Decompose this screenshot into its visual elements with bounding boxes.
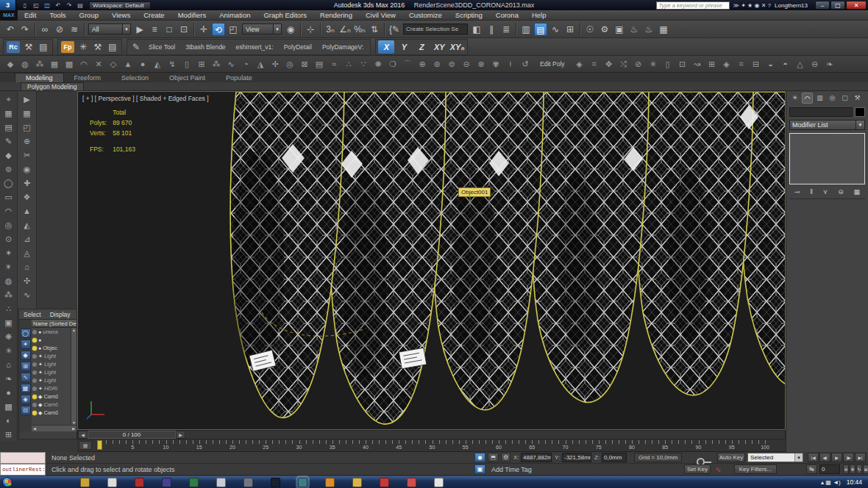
next-frame-icon[interactable]: |▶ <box>843 453 854 462</box>
modifier-stack[interactable] <box>789 133 865 184</box>
app-browser-red[interactable] <box>135 478 144 487</box>
dropdown-arrow-icon[interactable]: ▼ <box>122 24 130 34</box>
exchange-icon[interactable]: ✕ <box>761 2 768 9</box>
crossing-icon[interactable]: ✕ <box>91 57 106 71</box>
object-color-swatch[interactable] <box>855 107 865 117</box>
zoom-icon[interactable]: ⊕ <box>843 464 849 474</box>
sphere2-icon[interactable]: ◍ <box>2 275 15 287</box>
scatter-icon[interactable]: ⁂ <box>209 57 224 71</box>
geosphere-icon[interactable]: ● <box>135 57 150 71</box>
auto-key-button[interactable]: Auto Key <box>717 453 745 462</box>
compass-icon[interactable]: ◉ <box>21 163 34 175</box>
frame-b-icon[interactable]: ⊞ <box>705 57 719 71</box>
time-tag-icon[interactable]: ▣ <box>474 464 485 474</box>
search-input[interactable]: Type a keyword or phrase <box>656 1 730 10</box>
menu-tools[interactable]: Tools <box>43 10 72 21</box>
make-unique-icon[interactable]: ⋎ <box>823 188 828 195</box>
shell-icon[interactable]: ❧ <box>822 57 837 71</box>
z-coord-field[interactable]: 0,0mm <box>602 453 627 462</box>
visibility-bulb-icon[interactable] <box>32 403 37 407</box>
knot-icon[interactable]: ✣ <box>21 275 34 287</box>
network-icon[interactable]: ▦ <box>825 479 833 486</box>
macro-recorder-pane[interactable] <box>0 452 46 464</box>
scale-icon[interactable]: ◰ <box>227 23 240 36</box>
menu-graph-editors[interactable]: Graph Editors <box>257 10 313 21</box>
cut-icon[interactable]: ✂ <box>21 149 34 161</box>
signin-avatar-icon[interactable]: ◉ <box>754 2 761 9</box>
remove-modifier-icon[interactable]: ⊖ <box>838 188 844 195</box>
current-frame-field[interactable]: 0 <box>819 464 840 474</box>
explorer-column-header[interactable]: Name (Sorted Desce <box>32 320 77 328</box>
app-media-purple[interactable] <box>162 478 171 487</box>
polygon-modeling-icon[interactable]: ◆ <box>3 57 18 71</box>
utilities-tab[interactable]: ⚒ <box>852 93 863 104</box>
visibility-bulb-icon[interactable] <box>32 346 37 351</box>
angle-snap-icon[interactable]: ∠ₙ <box>338 23 352 36</box>
cluster-icon[interactable]: ❖ <box>21 191 34 203</box>
frame-indicator[interactable]: 0 / 100 <box>88 431 176 439</box>
curve-editor-icon[interactable]: ∿ <box>549 23 562 36</box>
axis-constraint-xyₙ[interactable]: XYₙ <box>449 40 465 54</box>
forest-tools-icon[interactable]: ⚒ <box>91 40 104 54</box>
menu-modifiers[interactable]: Modifiers <box>171 10 213 21</box>
menu-group[interactable]: Group <box>73 10 105 21</box>
list-item[interactable]: ✦Light <box>32 360 77 368</box>
ring-icon[interactable]: ◎ <box>2 219 15 231</box>
hf-icon[interactable]: ⌂ <box>2 359 15 370</box>
gem-icon[interactable]: ◈ <box>719 57 734 71</box>
scroll-right-icon[interactable]: ▶ <box>72 426 75 431</box>
quad-icon[interactable]: ◈ <box>572 57 587 71</box>
script-button-4[interactable]: PolyDamageV: <box>322 43 363 51</box>
pin-icon[interactable]: ⍿ <box>503 57 518 71</box>
list-item[interactable]: ●unwra <box>32 328 77 336</box>
orbit-icon[interactable]: ↻ <box>856 464 862 474</box>
home-icon[interactable]: ⌂ <box>21 261 34 273</box>
camera-rig-icon[interactable]: ▣ <box>2 317 15 329</box>
slice-icon[interactable]: ◭ <box>150 57 165 71</box>
plane-icon[interactable]: ▭ <box>2 191 15 203</box>
forestpack-button[interactable]: Fp <box>61 41 74 53</box>
display-helpers-icon[interactable]: ∿ <box>21 373 31 382</box>
forest-list-icon[interactable]: ▤ <box>106 40 119 54</box>
list-item[interactable]: ◆Cam0 <box>32 401 77 409</box>
menu-edit[interactable]: Edit <box>18 10 43 21</box>
plus-icon[interactable]: ✚ <box>21 177 34 189</box>
community-icon[interactable]: ✦ <box>741 2 747 9</box>
percent-snap-icon[interactable]: %ₙ <box>353 23 366 36</box>
search-go-icon[interactable]: ≫ <box>733 2 741 9</box>
grape-d-icon[interactable]: ⊝ <box>459 57 474 71</box>
cage-icon[interactable]: ⊠ <box>297 57 312 71</box>
grape-b-icon[interactable]: ⊛ <box>430 57 444 71</box>
menu-views[interactable]: Views <box>105 10 137 21</box>
helix-icon[interactable]: ∿ <box>21 289 34 301</box>
grid2-icon[interactable]: ⌗ <box>734 57 749 71</box>
isolate-selection-toggle[interactable]: ◉ <box>474 453 485 462</box>
use-pivot-icon[interactable]: ◉ <box>284 23 297 36</box>
grape-a-icon[interactable]: ⊕ <box>415 57 430 71</box>
move-icon[interactable]: ✛ <box>197 23 210 36</box>
script-button-2[interactable]: eshInsert_v1: <box>236 43 274 51</box>
modify-tab[interactable]: ◠ <box>802 93 813 104</box>
configure-sets-icon[interactable]: ▦ <box>854 188 861 195</box>
select-arrow-icon[interactable]: ▶ <box>21 93 34 105</box>
app-3dsmax[interactable] <box>298 478 307 487</box>
tab-modeling[interactable]: Modeling <box>15 73 64 82</box>
add-time-tag-label[interactable]: Add Time Tag <box>491 466 532 473</box>
hand-icon[interactable]: ✥ <box>602 57 616 71</box>
tab-populate[interactable]: Populate <box>216 73 263 82</box>
select-object-icon[interactable]: ▶ <box>133 23 146 36</box>
bind-spacewarp-icon[interactable]: ≋ <box>68 23 81 36</box>
redo-icon[interactable]: ↷ <box>65 1 74 10</box>
axis-constraint-x[interactable]: X <box>378 40 394 54</box>
frame-a-icon[interactable]: ⊡ <box>675 57 690 71</box>
dropdown-arrow-icon[interactable]: ▼ <box>855 121 864 129</box>
grape-e-icon[interactable]: ⊗ <box>474 57 488 71</box>
tab-freeform[interactable]: Freeform <box>64 73 112 82</box>
sphere-icon[interactable]: ◍ <box>18 57 32 71</box>
visibility-bulb-icon[interactable] <box>32 387 37 391</box>
close-button[interactable]: ✕ <box>846 1 867 10</box>
twist-icon[interactable]: ≈ <box>327 57 341 71</box>
lasso-icon[interactable]: ⌖ <box>2 93 15 105</box>
grid-icon[interactable]: ▦ <box>2 107 15 119</box>
select-vert-icon[interactable]: ✢ <box>268 57 282 71</box>
